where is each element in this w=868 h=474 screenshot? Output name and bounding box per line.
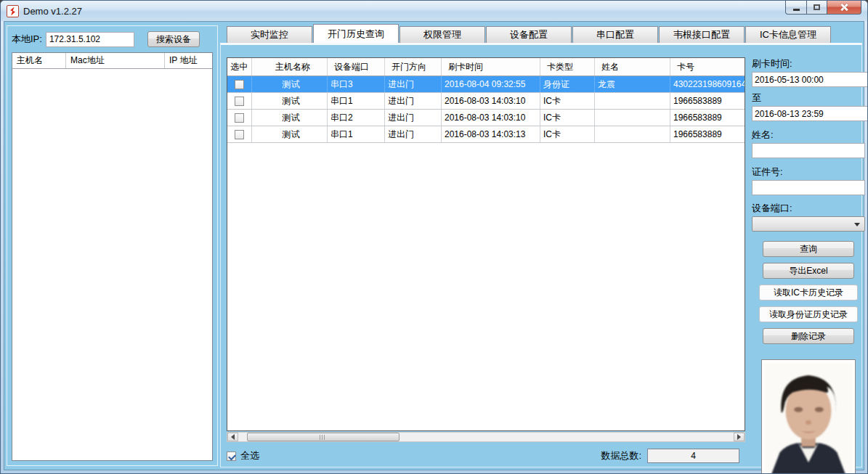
cell-select (227, 110, 252, 126)
cell-direction: 进出门 (385, 126, 442, 142)
host-column-header[interactable]: 主机名 (12, 53, 66, 68)
table-row[interactable]: 测试串口3进出门2016-08-04 09:32:55身份证龙震43022319… (227, 76, 745, 93)
grid-column-header[interactable]: 设备端口 (328, 58, 385, 75)
host-column-header[interactable]: Mac地址 (66, 53, 165, 68)
local-ip-input[interactable] (46, 32, 134, 47)
cell-port: 串口2 (328, 110, 385, 126)
close-icon (840, 3, 848, 12)
tab-IC卡信息管理[interactable]: IC卡信息管理 (745, 26, 831, 43)
open-history-page: 选中主机名称设备端口开门方向刷卡时间卡类型姓名卡号 测试串口3进出门2016-0… (220, 43, 862, 467)
read-id-history-button[interactable]: 读取身份证历史记录 (759, 306, 858, 322)
export-excel-button[interactable]: 导出Excel (763, 263, 854, 279)
cell-port: 串口1 (328, 93, 385, 109)
scrollbar-track[interactable] (238, 433, 734, 441)
grid-column-header[interactable]: 选中 (227, 58, 252, 75)
triangle-left-icon (231, 434, 235, 440)
total-count-label: 数据总数: (601, 449, 641, 462)
name-input[interactable] (752, 143, 865, 158)
cell-card_no: 1966583889 (670, 93, 745, 109)
scroll-right-button[interactable] (734, 433, 745, 441)
minimize-icon (793, 9, 800, 11)
host-list[interactable]: 主机名Mac地址IP 地址 (12, 52, 213, 461)
lightning-bolt-icon (8, 7, 17, 16)
app-window: Demo v1.2.27 本地IP: 搜索设备 主机名Mac地址IP 地址 实时… (0, 0, 868, 474)
cell-port: 串口1 (328, 126, 385, 142)
grid-column-header[interactable]: 卡类型 (540, 58, 595, 75)
tab-开门历史查询[interactable]: 开门历史查询 (313, 24, 399, 43)
time-to-field (752, 106, 865, 121)
table-row[interactable]: 测试串口1进出门2016-08-03 14:03:13IC卡1966583889 (227, 126, 745, 143)
cell-card_type: IC卡 (540, 93, 595, 109)
cell-direction: 进出门 (385, 110, 442, 126)
grid-column-header[interactable]: 姓名 (595, 58, 670, 75)
grid-column-header[interactable]: 刷卡时间 (442, 58, 540, 75)
delete-records-button[interactable]: 删除记录 (763, 328, 854, 344)
row-checkbox[interactable] (235, 97, 244, 106)
cell-host: 测试 (252, 110, 328, 126)
cell-name (595, 126, 670, 142)
row-checkbox[interactable] (235, 113, 244, 123)
maximize-icon (814, 4, 820, 10)
scrollbar-thumb[interactable] (247, 433, 399, 441)
row-checkbox[interactable] (235, 130, 244, 139)
cell-name (595, 93, 670, 109)
scroll-left-button[interactable] (227, 433, 238, 441)
tab-韦根接口配置[interactable]: 韦根接口配置 (659, 26, 745, 43)
query-button[interactable]: 查询 (763, 241, 854, 257)
query-form-panel: 刷卡时间: 至 (752, 57, 865, 464)
cell-card_no: 1966583889 (670, 126, 745, 142)
maximize-button[interactable] (807, 1, 827, 15)
cell-select (227, 76, 252, 92)
total-count-value: 4 (647, 449, 739, 463)
select-all-label: 全选 (240, 449, 259, 462)
cell-port: 串口3 (328, 76, 385, 92)
tab-strip: 实时监控开门历史查询权限管理设备配置串口配置韦根接口配置IC卡信息管理 (220, 24, 862, 43)
swipe-time-label: 刷卡时间: (752, 57, 865, 69)
row-checkbox[interactable] (235, 80, 244, 89)
grid-column-header[interactable]: 卡号 (670, 58, 745, 75)
portrait-photo (764, 362, 853, 474)
time-to-input[interactable] (752, 106, 868, 121)
cell-host: 测试 (252, 76, 328, 92)
window-title: Demo v1.2.27 (23, 6, 82, 17)
app-icon (7, 5, 19, 17)
close-button[interactable] (827, 1, 861, 15)
cell-time: 2016-08-03 14:03:13 (442, 126, 540, 142)
read-ic-history-button[interactable]: 读取IC卡历史记录 (759, 285, 858, 301)
host-table-header: 主机名Mac地址IP 地址 (12, 53, 212, 69)
chevron-down-icon (854, 223, 860, 226)
table-row[interactable]: 测试串口1进出门2016-08-03 14:03:10IC卡1966583889 (227, 93, 745, 110)
cell-card_type: IC卡 (540, 110, 595, 126)
tab-实时监控[interactable]: 实时监控 (227, 26, 312, 43)
grid-body: 测试串口3进出门2016-08-04 09:32:55身份证龙震43022319… (227, 76, 745, 143)
to-label: 至 (752, 91, 865, 103)
grid-column-header[interactable]: 开门方向 (385, 58, 442, 75)
cell-name: 龙震 (595, 76, 670, 92)
window-controls (785, 1, 861, 15)
horizontal-scrollbar[interactable] (227, 432, 745, 442)
local-ip-label: 本地IP: (12, 33, 42, 46)
select-all-checkbox[interactable] (227, 451, 236, 461)
cell-direction: 进出门 (385, 76, 442, 92)
time-from-field (752, 72, 865, 87)
cell-direction: 进出门 (385, 93, 442, 109)
triangle-right-icon (737, 434, 741, 440)
device-port-dropdown[interactable] (752, 216, 865, 232)
cell-select (227, 93, 252, 109)
cell-time: 2016-08-03 14:03:10 (442, 93, 540, 109)
id-number-label: 证件号: (752, 166, 865, 177)
id-number-input[interactable] (752, 180, 865, 195)
minimize-button[interactable] (785, 1, 807, 15)
cell-select (227, 126, 252, 142)
cell-name (595, 110, 670, 126)
table-row[interactable]: 测试串口2进出门2016-08-03 14:03:10IC卡1966583889 (227, 110, 745, 126)
name-label: 姓名: (752, 128, 865, 140)
grid-column-header[interactable]: 主机名称 (252, 58, 328, 75)
history-grid[interactable]: 选中主机名称设备端口开门方向刷卡时间卡类型姓名卡号 测试串口3进出门2016-0… (227, 57, 745, 431)
tab-串口配置[interactable]: 串口配置 (572, 26, 658, 43)
host-column-header[interactable]: IP 地址 (165, 53, 212, 68)
search-devices-button[interactable]: 搜索设备 (147, 31, 200, 47)
tab-权限管理[interactable]: 权限管理 (399, 26, 485, 43)
tab-设备配置[interactable]: 设备配置 (486, 26, 572, 43)
time-from-input[interactable] (752, 72, 868, 87)
